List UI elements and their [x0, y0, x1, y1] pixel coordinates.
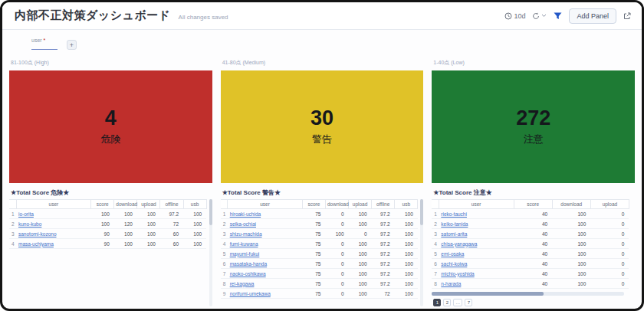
- row-number: 9: [221, 289, 228, 299]
- header-bar: 内部不正対策ダッシュボード All changes saved 10d: [2, 2, 642, 30]
- user-link[interactable]: emi-osaka: [441, 251, 464, 257]
- column-header-user: user: [439, 200, 514, 209]
- user-cell: sachi-koiwa: [439, 259, 514, 269]
- panels-grid: 81-100点 (High) 4 危険 ★Total Score 危険★ use…: [2, 54, 642, 306]
- value-cell: 97.2: [372, 219, 395, 229]
- row-number: 3: [9, 229, 16, 239]
- value-cell: 100: [552, 269, 590, 279]
- table-row: 1io-orita10010010097.2100: [9, 209, 206, 219]
- range-label: 81-100点 (High): [11, 59, 212, 67]
- table-row: 5mayumi-fukui75010097.2100: [221, 249, 418, 259]
- user-cell: emi-osaka: [439, 249, 514, 259]
- user-input[interactable]: [31, 43, 58, 50]
- user-link[interactable]: norifumi-umekawa: [230, 291, 271, 296]
- scrollbar-thumb[interactable]: [432, 292, 543, 296]
- user-link[interactable]: mayumi-fukui: [230, 251, 260, 257]
- value-cell: 75: [302, 219, 325, 229]
- value-cell: 75: [302, 209, 325, 219]
- row-number: 7: [221, 269, 228, 279]
- value-cell: 100: [395, 249, 418, 259]
- add-panel-button[interactable]: Add Panel: [569, 8, 616, 24]
- table-row: 3sanotomi-kozono9010010060100: [9, 229, 206, 239]
- value-cell: 75: [302, 269, 325, 279]
- user-link[interactable]: sanotomi-kozono: [18, 231, 57, 237]
- user-cell: norifumi-umekawa: [228, 289, 303, 299]
- user-link[interactable]: n-harada: [441, 281, 461, 286]
- user-link[interactable]: shizu-machida: [230, 231, 262, 237]
- row-number: 4: [432, 239, 439, 249]
- metric-value: 272: [516, 108, 550, 129]
- user-cell: sanotomi-kozono: [16, 229, 91, 239]
- share-icon: [623, 12, 631, 20]
- user-link[interactable]: chisa-yanagawa: [441, 241, 477, 247]
- user-field-label: user *: [31, 38, 58, 43]
- user-link[interactable]: masa-uchiyama: [18, 241, 54, 247]
- refresh-button[interactable]: [532, 12, 547, 20]
- table-row: 3satomi-arita401000: [432, 229, 629, 239]
- time-range-value: 10d: [514, 12, 525, 20]
- horizontal-scrollbar[interactable]: [432, 292, 624, 296]
- user-filter-field: user *: [31, 38, 58, 50]
- value-cell: 100: [552, 249, 590, 259]
- user-link[interactable]: naoko-oshikawa: [230, 271, 266, 277]
- scrollbar-thumb[interactable]: [209, 199, 212, 225]
- page-button-…[interactable]: …: [453, 299, 462, 306]
- scrollbar-thumb[interactable]: [420, 199, 423, 225]
- value-cell: 100: [349, 279, 372, 289]
- user-link[interactable]: rieko-tauchi: [441, 211, 467, 217]
- refresh-icon: [532, 12, 540, 20]
- user-link[interactable]: seika-ochiai: [230, 221, 256, 227]
- page-title: 内部不正対策ダッシュボード: [15, 8, 171, 23]
- user-link[interactable]: keiko-tanida: [441, 221, 468, 227]
- panel-danger: 81-100点 (High) 4 危険 ★Total Score 危険★ use…: [9, 57, 212, 306]
- table-row: 8rei-kagawa75010097.2100: [221, 279, 418, 289]
- share-button[interactable]: [623, 12, 631, 20]
- user-link[interactable]: sachi-koiwa: [441, 261, 467, 267]
- value-cell: 100: [395, 279, 418, 289]
- value-cell: 75: [302, 249, 325, 259]
- chevron-down-icon: [541, 14, 547, 18]
- user-cell: rei-kagawa: [228, 279, 303, 289]
- value-cell: 100: [349, 259, 372, 269]
- required-mark: *: [44, 38, 46, 43]
- table-header-row: userscoredownloadupload: [432, 200, 629, 209]
- user-cell: hiroaki-uchida: [228, 209, 303, 219]
- vertical-scrollbar[interactable]: [209, 199, 212, 306]
- value-cell: 100: [552, 259, 590, 269]
- metric-label: 警告: [312, 133, 332, 146]
- table-row: 4chisa-yanagawa401000: [432, 239, 629, 249]
- user-link[interactable]: hiroaki-uchida: [230, 211, 261, 217]
- add-filter-button[interactable]: +: [67, 40, 77, 50]
- column-header-download: download: [552, 200, 590, 209]
- value-cell: 40: [514, 269, 552, 279]
- value-cell: 75: [302, 229, 325, 239]
- page-button-2[interactable]: 2: [443, 299, 451, 306]
- column-header-user: user: [16, 200, 91, 209]
- value-cell: 100: [552, 239, 590, 249]
- user-link[interactable]: michio-yoshida: [441, 271, 474, 277]
- user-link[interactable]: io-orita: [18, 211, 34, 217]
- column-header-score: score: [302, 200, 325, 209]
- value-cell: 100: [137, 229, 160, 239]
- user-link[interactable]: kuno-kubo: [18, 221, 41, 227]
- value-cell: 100: [349, 249, 372, 259]
- page-button-1[interactable]: 1: [433, 299, 441, 306]
- panel-warning: 41-80点 (Medium) 30 警告 ★Total Score 警告★ u…: [221, 57, 424, 306]
- row-number: 1: [221, 209, 228, 219]
- user-link[interactable]: fumi-kuwana: [230, 241, 258, 247]
- value-cell: 0: [325, 209, 348, 219]
- vertical-scrollbar[interactable]: [420, 199, 423, 306]
- user-cell: seika-ochiai: [228, 219, 303, 229]
- user-link[interactable]: masataka-handa: [230, 261, 267, 267]
- value-cell: 0: [325, 249, 348, 259]
- user-link[interactable]: satomi-arita: [441, 231, 467, 237]
- row-number: 7: [432, 269, 439, 279]
- clock-icon: [504, 12, 512, 20]
- time-range-button[interactable]: 10d: [504, 12, 525, 20]
- metric-value: 30: [310, 108, 334, 129]
- page-button-7[interactable]: 7: [465, 299, 472, 306]
- value-cell: 100: [395, 239, 418, 249]
- filter-button[interactable]: [554, 12, 562, 20]
- user-link[interactable]: rei-kagawa: [230, 281, 255, 286]
- value-cell: 0: [325, 259, 348, 269]
